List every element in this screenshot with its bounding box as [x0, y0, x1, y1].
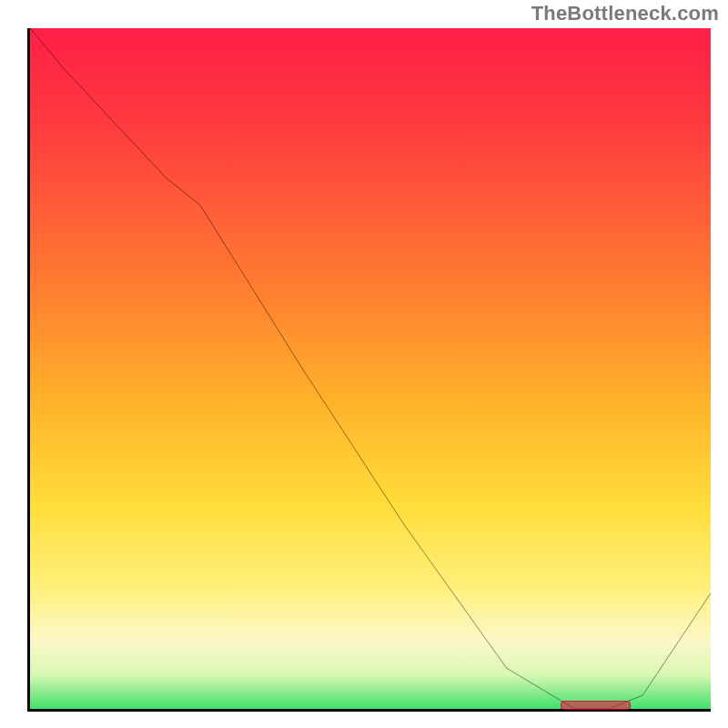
- chart-stage: TheBottleneck.com: [0, 0, 728, 728]
- watermark-text: TheBottleneck.com: [531, 2, 719, 25]
- plot-area: [27, 28, 711, 712]
- bottleneck-curve: [30, 28, 711, 709]
- optimal-range-marker: [561, 701, 631, 710]
